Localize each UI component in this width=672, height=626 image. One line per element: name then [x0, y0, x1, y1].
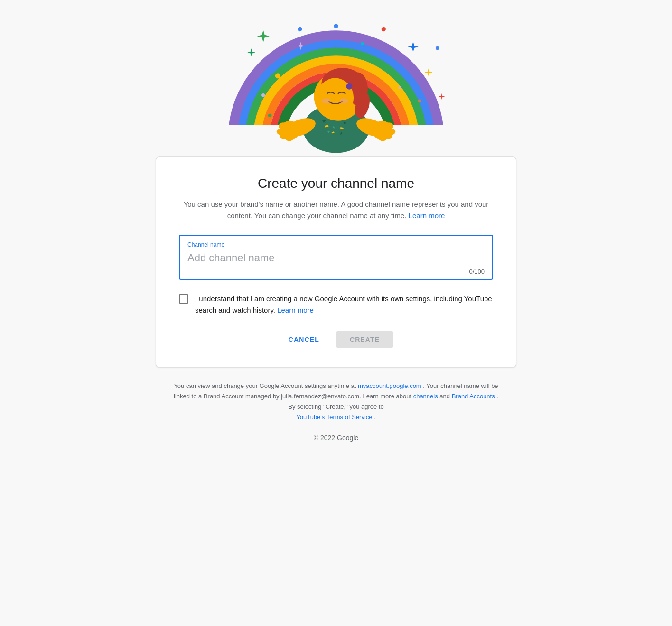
button-row: CANCEL CREATE — [179, 331, 493, 348]
tos-link[interactable]: YouTube's Terms of Service — [296, 414, 372, 421]
svg-text:★: ★ — [327, 129, 330, 134]
svg-point-18 — [384, 122, 393, 129]
svg-point-21 — [379, 136, 387, 141]
checkbox-row: I understand that I am creating a new Go… — [179, 293, 493, 316]
svg-point-40 — [361, 42, 364, 46]
checkbox-text: I understand that I am creating a new Go… — [195, 293, 493, 316]
svg-point-36 — [401, 60, 404, 63]
understand-checkbox[interactable] — [179, 294, 188, 304]
footer-text: You can view and change your Google Acco… — [170, 381, 502, 423]
learn-more-link-1[interactable]: Learn more — [409, 212, 445, 220]
svg-point-35 — [382, 27, 386, 31]
svg-point-30 — [298, 27, 302, 31]
cancel-button[interactable]: CANCEL — [279, 331, 329, 348]
dialog-title: Create your channel name — [179, 176, 493, 191]
myaccount-link[interactable]: myaccount.google.com — [358, 382, 421, 389]
svg-point-28 — [339, 98, 348, 103]
create-button[interactable]: CREATE — [336, 331, 393, 348]
brand-accounts-link[interactable]: Brand Accounts — [452, 393, 495, 400]
channel-name-field: Channel name 0/100 — [179, 235, 493, 280]
learn-more-link-2[interactable]: Learn more — [277, 306, 314, 314]
page-wrapper: ★ ★ ★ ★ ★ — [0, 9, 672, 451]
dialog-description: You can use your brand's name or another… — [179, 199, 493, 221]
svg-point-31 — [275, 73, 280, 78]
svg-point-37 — [436, 46, 439, 50]
footer-text-between: and — [439, 393, 450, 400]
char-count: 0/100 — [187, 268, 485, 275]
svg-text:★: ★ — [339, 131, 343, 136]
svg-point-27 — [322, 98, 331, 103]
svg-point-12 — [279, 122, 288, 129]
svg-text:★: ★ — [343, 120, 347, 125]
svg-point-34 — [334, 24, 338, 28]
input-label: Channel name — [187, 241, 485, 248]
svg-text:★: ★ — [332, 125, 336, 129]
copyright-text: © 2022 Google — [314, 434, 358, 442]
footer-text-before-link: You can view and change your Google Acco… — [174, 382, 356, 389]
checkbox-label: I understand that I am creating a new Go… — [195, 295, 492, 314]
channel-name-input[interactable] — [187, 250, 485, 266]
svg-text:★: ★ — [322, 118, 327, 124]
svg-point-15 — [285, 136, 293, 141]
dialog-card: Create your channel name You can use you… — [156, 156, 516, 368]
illustration-svg: ★ ★ ★ ★ ★ — [213, 14, 459, 161]
illustration-area: ★ ★ ★ ★ ★ — [213, 9, 459, 161]
channels-link[interactable]: channels — [413, 393, 438, 400]
svg-point-29 — [346, 83, 352, 90]
svg-point-38 — [399, 86, 401, 89]
svg-point-33 — [268, 114, 271, 117]
footer-text-end: . — [374, 414, 376, 421]
svg-point-32 — [261, 93, 265, 97]
svg-point-39 — [418, 99, 421, 102]
